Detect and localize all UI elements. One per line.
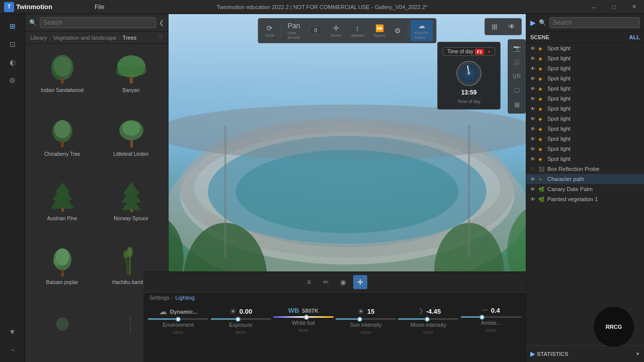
visibility-eye-icon[interactable]: 👁	[529, 175, 536, 183]
list-item[interactable]: 👁 ◈ Spot light	[526, 154, 644, 164]
visibility-eye-icon[interactable]: 👁	[529, 125, 536, 132]
visibility-eye-icon[interactable]: 👁	[529, 45, 536, 52]
color-nav-button[interactable]: ◐	[4, 54, 22, 70]
visibility-eye-icon[interactable]: 👁	[529, 85, 536, 92]
screen-button[interactable]: 🖵	[510, 84, 523, 97]
list-item[interactable]: Indian Sandalwood	[29, 48, 95, 109]
push-to-cloud-button[interactable]: ☁ Push to Cloud	[411, 20, 433, 41]
whitebalance-slider[interactable]	[273, 316, 334, 318]
sun-intensity-slider[interactable]	[336, 318, 396, 320]
vr-button[interactable]: VR	[510, 70, 523, 83]
circle-button[interactable]: ◉	[336, 275, 350, 289]
gear-settings-button[interactable]: ⚙	[390, 25, 405, 36]
play-button[interactable]: ▶	[530, 19, 536, 27]
eye-view-button[interactable]: 👁	[504, 21, 519, 33]
breadcrumb-vegetation[interactable]: Vegetation and landscape	[53, 35, 117, 41]
menu-file[interactable]: File	[91, 0, 108, 14]
scene-all-button[interactable]: ALL	[629, 34, 640, 40]
list-item[interactable]: 👁 ◈ Spot light	[526, 53, 644, 63]
list-item[interactable]: 👁 ⤷ Character path	[526, 174, 644, 184]
environment-slider[interactable]	[148, 318, 208, 320]
camera-button[interactable]: 📷	[510, 42, 523, 55]
visibility-eye-icon[interactable]: 👁	[529, 196, 536, 203]
visibility-eye-icon[interactable]: 👁	[529, 105, 536, 112]
list-item[interactable]: Balsam poplar	[29, 240, 95, 301]
exposure-slider[interactable]	[211, 318, 271, 320]
lookaround-button[interactable]: Pan Look around	[283, 20, 304, 41]
visibility-eye-icon[interactable]: 👁	[529, 155, 536, 162]
list-item[interactable]: 👁 ◈ Spot light	[526, 124, 644, 134]
environment-more[interactable]: More	[173, 330, 184, 335]
list-item[interactable]: 👁 ◈ Spot light	[526, 104, 644, 114]
list-item[interactable]: 👁 ◈ Spot light	[526, 144, 644, 154]
collapse-panel-button[interactable]: ❮	[159, 19, 164, 26]
grid-button[interactable]: ▦	[510, 98, 523, 111]
visibility-eye-icon[interactable]: 👁	[529, 145, 536, 152]
sun-intensity-more[interactable]: More	[361, 330, 371, 335]
ambient-more[interactable]: More	[486, 328, 497, 333]
moon-intensity-slider[interactable]	[398, 318, 458, 320]
visibility-eye-icon[interactable]: 👁	[529, 115, 536, 122]
time-of-day-clock[interactable]	[456, 61, 481, 86]
list-item[interactable]: Banyan	[98, 48, 164, 109]
move-button[interactable]: 0	[305, 24, 326, 37]
breadcrumb-library[interactable]: Library	[30, 35, 47, 41]
environment-slider-handle[interactable]	[176, 317, 181, 322]
updown-button[interactable]: ↕ Updown	[346, 23, 369, 39]
visibility-eye-icon[interactable]: 👁	[529, 165, 536, 172]
list-item[interactable]: 👁 🌿 Painted vegetation 1	[526, 194, 644, 204]
list-item[interactable]: Littleleaf Linden	[98, 112, 164, 172]
ambient-slider-handle[interactable]	[479, 315, 485, 320]
list-item[interactable]: 👁 🌿 Canary Date Palm	[526, 184, 644, 194]
visibility-eye-icon[interactable]: 👁	[529, 55, 536, 62]
exposure-more[interactable]: More	[235, 330, 246, 335]
list-item[interactable]: 👁 ◈ Spot light	[526, 43, 644, 53]
statistics-header[interactable]: ▶ STATISTICS ▼	[530, 349, 640, 359]
list-item[interactable]: 👁 ⬛ Box Reflection Probe	[526, 164, 644, 174]
moon-intensity-slider-handle[interactable]	[425, 317, 430, 322]
maximize-button[interactable]: □	[604, 0, 624, 14]
spot-light-icon: ◈	[538, 86, 545, 92]
visibility-eye-icon[interactable]: 👁	[529, 65, 536, 72]
list-item[interactable]: Chinaberry Tree	[29, 112, 95, 172]
ambient-slider[interactable]	[461, 316, 521, 318]
list-item[interactable]: Norway Spruce	[98, 176, 164, 237]
list-item[interactable]: 👁 ◈ Spot light	[526, 63, 644, 73]
library-nav-button[interactable]: ⊞	[4, 18, 22, 34]
search-input[interactable]	[40, 17, 156, 28]
close-button[interactable]: ✕	[624, 0, 644, 14]
menu-bottom-button[interactable]: ≡	[302, 275, 316, 289]
whitebalance-slider-handle[interactable]	[304, 315, 309, 320]
scene-search-input[interactable]	[549, 17, 640, 28]
list-item[interactable]	[29, 304, 95, 358]
list-item[interactable]: 👁 ◈ Spot light	[526, 134, 644, 144]
output-nav-button[interactable]: ▼	[4, 324, 22, 340]
photo-button[interactable]: 🎥	[510, 56, 523, 69]
sun-intensity-slider-handle[interactable]	[357, 317, 362, 322]
favorite-icon[interactable]: ♡	[158, 34, 163, 41]
edit-button[interactable]: ✏	[319, 275, 333, 289]
add-button[interactable]: ✛	[353, 275, 367, 289]
animation-nav-button[interactable]: ⊡	[4, 36, 22, 52]
whitebalance-more[interactable]: More	[298, 328, 309, 333]
extra-nav-button[interactable]: →	[4, 342, 22, 358]
list-item[interactable]: 👁 ◈ Spot light	[526, 114, 644, 124]
exposure-slider-handle[interactable]	[235, 317, 240, 322]
move2-button[interactable]: ✛ Move	[327, 23, 345, 39]
list-item[interactable]: 👁 ◈ Spot light	[526, 83, 644, 94]
grid-view-button[interactable]: ⊞	[487, 21, 502, 33]
list-item[interactable]: 👁 ◈ Spot light	[526, 94, 644, 104]
time-of-day-panel[interactable]: Time of day F1 ● 13:59 Time of day	[437, 42, 501, 110]
orbit-button[interactable]: ⟳ Orbit	[262, 23, 278, 39]
visibility-eye-icon[interactable]: 👁	[529, 95, 536, 102]
minimize-button[interactable]: –	[584, 0, 604, 14]
visibility-eye-icon[interactable]: 👁	[529, 75, 536, 82]
bc-settings[interactable]: Settings	[149, 295, 170, 301]
settings-nav-button[interactable]: ⚙	[4, 72, 22, 88]
list-item[interactable]: Austrian Pine	[29, 176, 95, 237]
speed-button[interactable]: ⏩ Speed	[370, 23, 389, 39]
moon-intensity-more[interactable]: More	[423, 330, 434, 335]
visibility-eye-icon[interactable]: 👁	[529, 135, 536, 142]
visibility-eye-icon[interactable]: 👁	[529, 186, 536, 193]
list-item[interactable]: 👁 ◈ Spot light	[526, 73, 644, 83]
